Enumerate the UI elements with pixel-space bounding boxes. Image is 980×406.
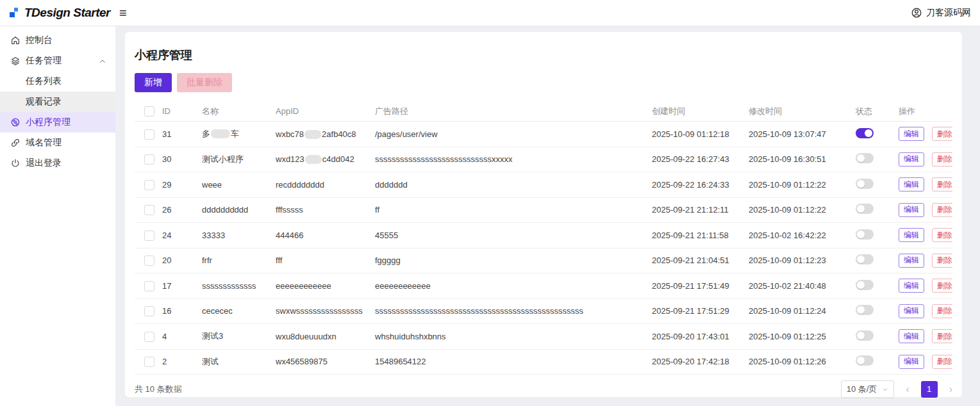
logo-text: TDesign Starter <box>24 6 110 20</box>
delete-button[interactable]: 删除 <box>932 127 952 141</box>
row-checkbox[interactable] <box>144 281 154 291</box>
cell-created-time: 2025-09-22 16:27:43 <box>652 154 749 164</box>
cell-appid: eeeeeeeeeeee <box>276 281 375 291</box>
add-button[interactable]: 新增 <box>135 73 172 92</box>
status-toggle[interactable] <box>856 204 874 214</box>
cell-created-time: 2025-09-21 21:04:51 <box>652 256 749 265</box>
sidebar-item-miniprogram-management[interactable]: 小程序管理 <box>0 112 115 133</box>
table-row: 31 多车 wxbc782afb40c8 /pages/user/view 20… <box>135 122 952 147</box>
status-toggle[interactable] <box>856 153 874 163</box>
cell-created-time: 2025-09-20 17:43:01 <box>652 332 749 341</box>
edit-button[interactable]: 编辑 <box>899 127 924 141</box>
delete-button[interactable]: 删除 <box>932 177 952 191</box>
total-count-text: 共 10 条数据 <box>135 384 182 395</box>
cell-ad-path: ssssssssssssssssssssssssssssxxxxx <box>375 154 652 164</box>
row-checkbox[interactable] <box>144 154 154 165</box>
select-all-checkbox[interactable] <box>144 106 154 117</box>
page-size-select[interactable]: 10 条/页 <box>841 380 895 398</box>
row-checkbox[interactable] <box>144 306 154 316</box>
sidebar-item-watch-records[interactable]: 观看记录 <box>0 92 115 112</box>
cell-name: cececec <box>202 306 276 316</box>
row-checkbox[interactable] <box>144 180 154 190</box>
status-toggle[interactable] <box>856 355 874 366</box>
edit-button[interactable]: 编辑 <box>899 355 924 369</box>
cell-modified-time: 2025-10-09 01:12:26 <box>749 357 856 366</box>
page-number-button[interactable]: 1 <box>921 381 938 398</box>
cell-modified-time: 2025-10-09 16:30:51 <box>749 154 856 164</box>
cell-modified-time: 2025-10-02 21:40:48 <box>749 281 856 291</box>
cell-id: 30 <box>162 154 202 164</box>
cell-name: 33333 <box>202 231 276 240</box>
edit-button[interactable]: 编辑 <box>899 254 924 268</box>
sidebar-item-logout[interactable]: 退出登录 <box>0 153 115 174</box>
cell-appid: 444466 <box>276 231 375 240</box>
cell-id: 17 <box>162 281 202 291</box>
table-row: 20 frfr fff fggggg 2025-09-21 21:04:51 2… <box>135 248 952 274</box>
status-toggle[interactable] <box>856 254 874 264</box>
cell-created-time: 2025-09-20 17:42:18 <box>652 357 749 366</box>
cell-modified-time: 2025-10-09 01:12:25 <box>749 332 856 341</box>
edit-button[interactable]: 编辑 <box>899 152 924 166</box>
cell-name: frfr <box>202 256 276 265</box>
cell-appid: swxwssssssssssssssss <box>276 306 375 316</box>
cell-name: 测试3 <box>202 330 276 342</box>
row-checkbox[interactable] <box>144 256 154 266</box>
app-logo[interactable]: TDesign Starter <box>9 6 110 20</box>
status-toggle[interactable] <box>856 229 874 240</box>
row-checkbox[interactable] <box>144 357 154 367</box>
status-toggle[interactable] <box>856 179 874 189</box>
edit-button[interactable]: 编辑 <box>899 304 924 318</box>
status-toggle[interactable] <box>856 305 874 315</box>
delete-button[interactable]: 删除 <box>932 203 952 217</box>
row-checkbox[interactable] <box>144 205 154 215</box>
next-page-button[interactable]: › <box>949 384 952 394</box>
cell-appid: fff <box>276 256 375 265</box>
cell-name: sssssssssssss <box>202 281 276 291</box>
status-toggle[interactable] <box>856 280 874 290</box>
delete-button[interactable]: 删除 <box>932 329 952 343</box>
cell-modified-time: 2025-10-09 01:12:22 <box>749 180 856 190</box>
edit-button[interactable]: 编辑 <box>899 177 924 191</box>
edit-button[interactable]: 编辑 <box>899 203 924 217</box>
col-appid: AppID <box>276 106 375 116</box>
table-row: 4 测试3 wxu8dueuuudxn whshuiduhshxbnns 202… <box>135 324 952 350</box>
row-checkbox[interactable] <box>144 231 154 241</box>
col-id: ID <box>162 106 202 116</box>
edit-button[interactable]: 编辑 <box>899 329 924 343</box>
chevron-up-icon <box>99 57 106 65</box>
cell-created-time: 2025-09-22 16:24:33 <box>652 180 749 190</box>
user-circle-icon <box>911 7 922 19</box>
cell-modified-time: 2025-10-09 13:07:47 <box>749 129 856 139</box>
main-content: 小程序管理 新增 批量删除 ID 名称 AppID 广告路径 创建时间 修改时间… <box>115 26 980 406</box>
edit-button[interactable]: 编辑 <box>899 228 924 242</box>
user-menu[interactable]: 刀客源码网 <box>911 7 971 19</box>
miniprogram-card: 小程序管理 新增 批量删除 ID 名称 AppID 广告路径 创建时间 修改时间… <box>125 32 962 397</box>
sidebar-item-task-management[interactable]: 任务管理 <box>0 51 115 71</box>
cell-appid: recdddddddd <box>276 180 375 190</box>
row-checkbox[interactable] <box>144 332 154 342</box>
status-toggle[interactable] <box>856 128 874 138</box>
sidebar: 控制台 任务管理 任务列表 观看记录 小程序管理 域名管理 退出登录 <box>0 26 115 406</box>
table-row: 29 weee recdddddddd ddddddd 2025-09-22 1… <box>135 172 952 198</box>
delete-button[interactable]: 删除 <box>932 279 952 293</box>
delete-button[interactable]: 删除 <box>932 254 952 268</box>
cell-ad-path: eeeeeeeeeeee <box>375 281 652 291</box>
row-checkbox[interactable] <box>144 129 154 140</box>
collapse-menu-icon[interactable]: ≡ <box>119 6 127 19</box>
sidebar-item-console[interactable]: 控制台 <box>0 30 115 51</box>
cell-created-time: 2025-10-09 01:12:18 <box>652 129 749 139</box>
table-row: 30 测试小程序 wxd123c4dd042 sssssssssssssssss… <box>135 147 952 173</box>
delete-button[interactable]: 删除 <box>932 228 952 242</box>
sidebar-item-task-list[interactable]: 任务列表 <box>0 71 115 92</box>
col-name: 名称 <box>202 106 276 117</box>
batch-delete-button[interactable]: 批量删除 <box>177 73 232 92</box>
edit-button[interactable]: 编辑 <box>899 279 924 293</box>
delete-button[interactable]: 删除 <box>932 152 952 166</box>
cell-name: 测试 <box>202 356 276 368</box>
delete-button[interactable]: 删除 <box>932 355 952 369</box>
delete-button[interactable]: 删除 <box>932 304 952 318</box>
prev-page-button[interactable]: ‹ <box>906 384 909 394</box>
status-toggle[interactable] <box>856 330 874 341</box>
cell-created-time: 2025-09-21 21:12:11 <box>652 205 749 215</box>
sidebar-item-domain-management[interactable]: 域名管理 <box>0 133 115 153</box>
